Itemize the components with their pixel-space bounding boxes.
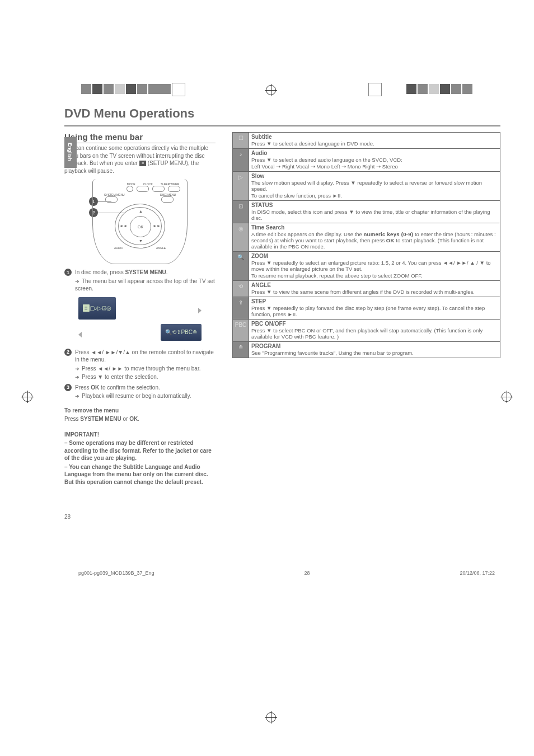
step-result: The menu bar will appear across the top … bbox=[75, 278, 216, 293]
feature-icon: ⊡ bbox=[233, 201, 249, 223]
menubar-icon: PBC bbox=[181, 329, 193, 335]
table-row: ☐SubtitlePress ▼ to select a desired lan… bbox=[233, 133, 500, 149]
feature-icon: ▷ bbox=[233, 172, 249, 201]
feature-line: Press ▼ to select PBC ON or OFF, and the… bbox=[251, 327, 498, 340]
footer-file: pg001-pg039_MCD139B_37_Eng bbox=[78, 570, 154, 576]
feature-title: STATUS bbox=[251, 202, 498, 208]
feature-title: PROGRAM bbox=[251, 343, 498, 349]
feature-icon: ≛ bbox=[233, 342, 249, 358]
feature-line: Press ▼ repeatedly to play forward the d… bbox=[251, 305, 498, 317]
feature-body: AudioPress ▼ to select a desired audio l… bbox=[249, 149, 500, 172]
feature-line: Press ▼ repeatedly to select an enlarged… bbox=[251, 260, 498, 272]
feature-body: PROGRAMSee "Programming favourite tracks… bbox=[249, 342, 500, 358]
feature-body: STATUSIn DISC mode, select this icon and… bbox=[249, 201, 500, 223]
scroll-left-icon bbox=[78, 332, 82, 337]
menubar-icon: ≡ bbox=[83, 304, 90, 312]
feature-line: The slow motion speed will display. Pres… bbox=[251, 180, 498, 192]
feature-title: PBC ON/OFF bbox=[251, 321, 498, 327]
step-result: Press ▼ to enter the selection. bbox=[75, 373, 216, 381]
menubar-icon: ⊡ bbox=[102, 305, 106, 311]
menubar-icon: ≛ bbox=[193, 329, 197, 335]
table-row: ⇪STEPPress ▼ repeatedly to play forward … bbox=[233, 297, 500, 320]
page-title: DVD Menu Operations bbox=[64, 106, 500, 121]
feature-body: Time SearchA time edit box appears on th… bbox=[249, 223, 500, 252]
left-column: Using the menu bar You can continue some… bbox=[64, 132, 216, 520]
table-row: ≛PROGRAMSee "Programming favourite track… bbox=[233, 342, 500, 358]
step-1: 1 In disc mode, press SYSTEM MENU. The m… bbox=[64, 269, 216, 294]
feature-title: Time Search bbox=[251, 224, 498, 231]
setup-menu-icon: ≡ bbox=[139, 161, 146, 166]
feature-body: PBC ON/OFFPress ▼ to select PBC ON or OF… bbox=[249, 320, 500, 342]
menubar-bottom: 🔍 ⟲ ⇪ PBC ≛ bbox=[161, 324, 202, 341]
feature-line: To resume normal playback, repeat the ab… bbox=[251, 273, 498, 279]
steps-list: 1 In disc mode, press SYSTEM MENU. The m… bbox=[64, 269, 216, 401]
language-tab: English bbox=[64, 137, 77, 168]
feature-title: Subtitle bbox=[251, 134, 498, 140]
right-arrow-icon: ►► bbox=[153, 224, 161, 228]
disc-menu-button bbox=[161, 196, 174, 203]
feature-icon: 🔍 bbox=[233, 252, 249, 281]
important-heading: IMPORTANT! bbox=[64, 431, 216, 439]
table-row: 🔍ZOOMPress ▼ repeatedly to select an enl… bbox=[233, 252, 500, 281]
feature-icon: ☐ bbox=[233, 133, 249, 149]
feature-body: ANGLEPress ▼ to view the same scene from… bbox=[249, 281, 500, 297]
table-row: ▷SlowThe slow motion speed will display.… bbox=[233, 172, 500, 201]
feature-line: To cancel the slow function, press ►II. bbox=[251, 192, 498, 199]
remove-text: Press SYSTEM MENU or OK. bbox=[64, 415, 216, 423]
feature-icon: ⇪ bbox=[233, 297, 249, 320]
step-3: 3 Press OK to confirm the selection. Pla… bbox=[64, 384, 216, 401]
feature-title: Audio bbox=[251, 150, 498, 156]
menubar-icon: ⇪ bbox=[176, 329, 181, 335]
right-column: ☐SubtitlePress ▼ to select a desired lan… bbox=[232, 132, 500, 520]
feature-line: Left Vocal ➝ Right Vocal ➝ Mono Left ➝ M… bbox=[251, 163, 498, 170]
footer-page: 28 bbox=[305, 570, 310, 576]
feature-icon: PBC bbox=[233, 320, 249, 342]
feature-title: ZOOM bbox=[251, 253, 498, 259]
intro-paragraph: You can continue some operations directl… bbox=[64, 144, 216, 175]
table-row: ⟲ANGLEPress ▼ to view the same scene fro… bbox=[233, 281, 500, 297]
remote-button bbox=[168, 186, 180, 192]
down-arrow-icon: ▼ bbox=[139, 239, 143, 243]
feature-icon: ⟲ bbox=[233, 281, 249, 297]
step-2: 2 Press ◄◄/ ►►/▼/▲ on the remote control… bbox=[64, 349, 216, 382]
left-arrow-icon: ◄◄ bbox=[119, 224, 127, 228]
feature-table: ☐SubtitlePress ▼ to select a desired lan… bbox=[232, 132, 500, 358]
menubar-icon: ⟲ bbox=[172, 329, 176, 335]
feature-title: STEP bbox=[251, 298, 498, 304]
language-tab-label: English bbox=[67, 143, 73, 155]
table-row: ◎Time SearchA time edit box appears on t… bbox=[233, 223, 500, 252]
step-result: Playback will resume or begin automatica… bbox=[75, 392, 216, 400]
important-note: – Some operations may be different or re… bbox=[64, 439, 216, 462]
table-row: ♪AudioPress ▼ to select a desired audio … bbox=[233, 149, 500, 172]
feature-line: Press ▼ to select a desired language in … bbox=[251, 140, 498, 147]
menubar-icon: 🔍 bbox=[165, 329, 172, 335]
feature-icon: ◎ bbox=[233, 223, 249, 252]
table-row: ⊡STATUSIn DISC mode, select this icon an… bbox=[233, 201, 500, 223]
remote-button bbox=[152, 186, 165, 192]
section-heading: Using the menu bar bbox=[64, 132, 216, 143]
feature-line: See "Programming favourite tracks", Usin… bbox=[251, 350, 498, 356]
feature-line: In DISC mode, select this icon and press… bbox=[251, 209, 498, 221]
important-note: – You can change the Subtitle Language a… bbox=[64, 463, 216, 486]
remote-figure: 1 2 MODE CLOCK SLEEP/TIMER bbox=[92, 179, 188, 263]
remove-heading: To remove the menu bbox=[64, 407, 216, 415]
menubar-figure: ≡ ▢ ♪ ▷ ⊡ ◎ 🔍 ⟲ bbox=[78, 297, 202, 345]
feature-body: ZOOMPress ▼ repeatedly to select an enla… bbox=[249, 252, 500, 281]
remote-outline: MODE CLOCK SLEEP/TIMER SYSTEM MENU DISC … bbox=[92, 179, 188, 264]
feature-title: Slow bbox=[251, 173, 498, 179]
system-menu-button bbox=[105, 196, 118, 203]
step-result: Press ◄◄/ ►► to move through the menu ba… bbox=[75, 365, 216, 373]
remote-label: MODE bbox=[127, 182, 135, 186]
feature-line: Press ▼ to select a desired audio langua… bbox=[251, 157, 498, 163]
table-row: PBCPBC ON/OFFPress ▼ to select PBC ON or… bbox=[233, 320, 500, 342]
remote-button bbox=[137, 186, 149, 192]
title-divider bbox=[64, 125, 500, 126]
feature-icon: ♪ bbox=[233, 149, 249, 172]
step-number: 1 bbox=[64, 269, 72, 276]
footer: pg001-pg039_MCD139B_37_Eng 28 20/12/06, … bbox=[0, 553, 534, 587]
feature-title: ANGLE bbox=[251, 282, 498, 288]
feature-body: SlowThe slow motion speed will display. … bbox=[249, 172, 500, 201]
feature-body: STEPPress ▼ repeatedly to play forward t… bbox=[249, 297, 500, 320]
menubar-icon: ◎ bbox=[106, 305, 111, 311]
menubar-top: ≡ ▢ ♪ ▷ ⊡ ◎ bbox=[78, 297, 116, 320]
